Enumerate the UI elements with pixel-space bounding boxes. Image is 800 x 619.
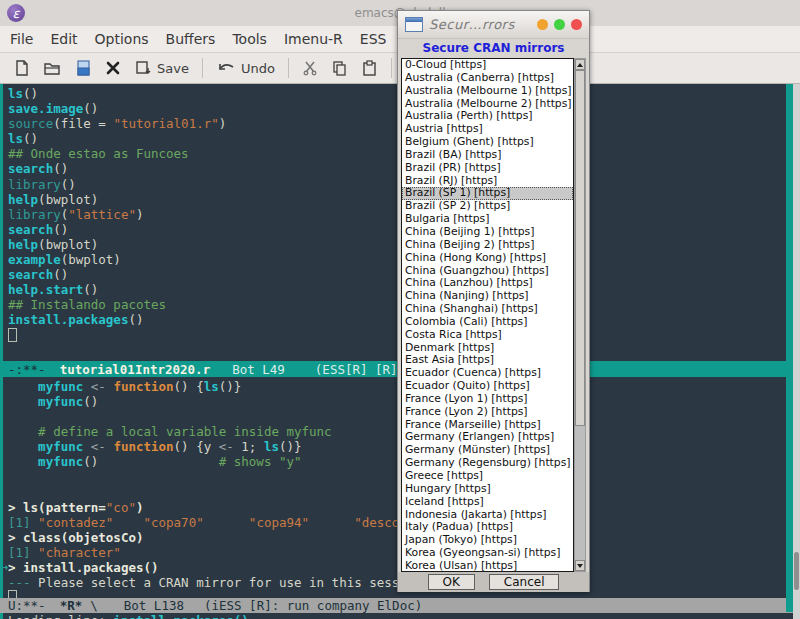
modeline-status: U:**- xyxy=(8,598,46,613)
minimize-button[interactable] xyxy=(537,19,548,30)
mirror-item[interactable]: Brazil (PR) [https] xyxy=(402,162,573,175)
maximize-button[interactable] xyxy=(554,19,565,30)
mirror-item[interactable]: China (Shanghai) [https] xyxy=(402,303,573,316)
dired-icon xyxy=(74,59,92,77)
dialog-window-icon xyxy=(405,17,423,32)
frame-scrollbar[interactable] xyxy=(793,84,800,619)
cut-icon xyxy=(302,60,318,76)
prompt-arrow-icon: ↪ xyxy=(3,561,8,574)
paste-icon xyxy=(361,60,378,77)
copy-icon xyxy=(331,60,348,77)
mirror-item[interactable]: Greece [https] xyxy=(402,470,573,483)
save-label: Save xyxy=(157,61,189,76)
mirror-item[interactable]: 0-Cloud [https] xyxy=(402,59,573,72)
scroll-up-icon[interactable] xyxy=(575,59,585,70)
dialog-heading: Secure CRAN mirrors xyxy=(398,40,589,57)
menu-edit[interactable]: Edit xyxy=(50,31,77,47)
frame-scrollbar-thumb[interactable] xyxy=(794,552,799,590)
modeline-console: U:**- *R* \ Bot L138 (iESS [R]: run comp… xyxy=(0,598,793,613)
open-folder-button[interactable] xyxy=(43,59,61,77)
modeline-position: Bot L49 xyxy=(232,362,285,377)
mirror-item[interactable]: Costa Rica [https] xyxy=(402,329,573,342)
modeline-status: -:**- xyxy=(8,362,46,377)
modeline-buffer-name: tutorial01Intr2020.r xyxy=(60,362,211,377)
cut-button[interactable] xyxy=(302,60,318,76)
mirror-item[interactable]: China (Beijing 1) [https] xyxy=(402,226,573,239)
save-icon xyxy=(134,59,152,77)
mirror-item[interactable]: Ecuador (Quito) [https] xyxy=(402,380,573,393)
modeline-extra: \ xyxy=(90,598,98,613)
menu-tools[interactable]: Tools xyxy=(232,31,267,47)
paste-button[interactable] xyxy=(361,60,378,77)
window-divider xyxy=(786,84,793,612)
modeline-modes: (iESS [R]: run company ElDoc) xyxy=(204,598,422,613)
mirror-item[interactable]: France (Lyon 1) [https] xyxy=(402,393,573,406)
menu-buffers[interactable]: Buffers xyxy=(166,31,216,47)
menu-options[interactable]: Options xyxy=(95,31,149,47)
toolbar-separator xyxy=(202,58,203,78)
mirror-item[interactable]: Hungary [https] xyxy=(402,483,573,496)
toolbar-separator xyxy=(288,58,289,78)
dialog-title: Secur…rrors xyxy=(429,17,531,32)
mirror-item[interactable]: Colombia (Cali) [https] xyxy=(402,316,573,329)
dialog-scrollbar[interactable] xyxy=(574,58,586,572)
script-buffer[interactable]: ls()save.image()source(file = "tutorial0… xyxy=(3,84,786,361)
mirror-item[interactable]: Australia (Canberra) [https] xyxy=(402,72,573,85)
open-folder-icon xyxy=(43,59,61,77)
save-button[interactable]: Save xyxy=(134,59,189,77)
text-cursor xyxy=(8,590,17,598)
text-cursor xyxy=(8,328,17,342)
modeline-position: Bot L138 xyxy=(124,598,184,613)
cancel-button[interactable]: Cancel xyxy=(489,574,560,590)
mirror-item[interactable]: China (Beijing 2) [https] xyxy=(402,239,573,252)
mirror-item[interactable]: Australia (Melbourne 1) [https] xyxy=(402,85,573,98)
kill-buffer-button[interactable] xyxy=(105,60,121,76)
ok-button[interactable]: OK xyxy=(428,574,475,590)
code-line: Loading line: install.packages() xyxy=(8,613,786,619)
undo-icon xyxy=(216,60,236,76)
echo-area: Loading line: install.packages() xyxy=(3,613,786,619)
dired-button[interactable] xyxy=(74,59,92,77)
menu-ess[interactable]: ESS xyxy=(360,31,387,47)
mirror-item[interactable]: Iceland [https] xyxy=(402,496,573,509)
modeline-buffer-name: *R* xyxy=(60,598,83,613)
mirror-item[interactable]: China (Hong Kong) [https] xyxy=(402,252,573,265)
cran-mirror-dialog: Secur…rrors Secure CRAN mirrors 0-Cloud … xyxy=(397,10,590,592)
new-file-icon xyxy=(12,59,30,77)
mirror-item[interactable]: Korea (Ulsan) [https] xyxy=(402,560,573,572)
new-file-button[interactable] xyxy=(12,59,30,77)
close-button[interactable] xyxy=(571,19,582,30)
scroll-down-icon[interactable] xyxy=(575,560,585,571)
dialog-scrollbar-thumb[interactable] xyxy=(575,70,585,426)
close-icon xyxy=(105,60,121,76)
mirror-item[interactable]: France (Lyon 2) [https] xyxy=(402,406,573,419)
mirror-item[interactable]: Korea (Gyeongsan-si) [https] xyxy=(402,547,573,560)
mirror-list[interactable]: 0-Cloud [https]Australia (Canberra) [htt… xyxy=(401,58,574,572)
undo-label: Undo xyxy=(241,61,275,76)
menu-file[interactable]: File xyxy=(10,31,33,47)
dialog-titlebar[interactable]: Secur…rrors xyxy=(398,11,589,39)
dialog-footer: OK Cancel xyxy=(398,572,589,592)
mirror-item[interactable]: Belgium (Ghent) [https] xyxy=(402,136,573,149)
undo-button[interactable]: Undo xyxy=(216,60,275,76)
toolbar-separator xyxy=(391,58,392,78)
mirror-item[interactable]: Brazil (BA) [https] xyxy=(402,149,573,162)
r-console-buffer[interactable]: myfunc <- function() {ls()} myfunc() # d… xyxy=(3,377,786,598)
menu-imenu-r[interactable]: Imenu-R xyxy=(284,31,343,47)
copy-button[interactable] xyxy=(331,60,348,77)
